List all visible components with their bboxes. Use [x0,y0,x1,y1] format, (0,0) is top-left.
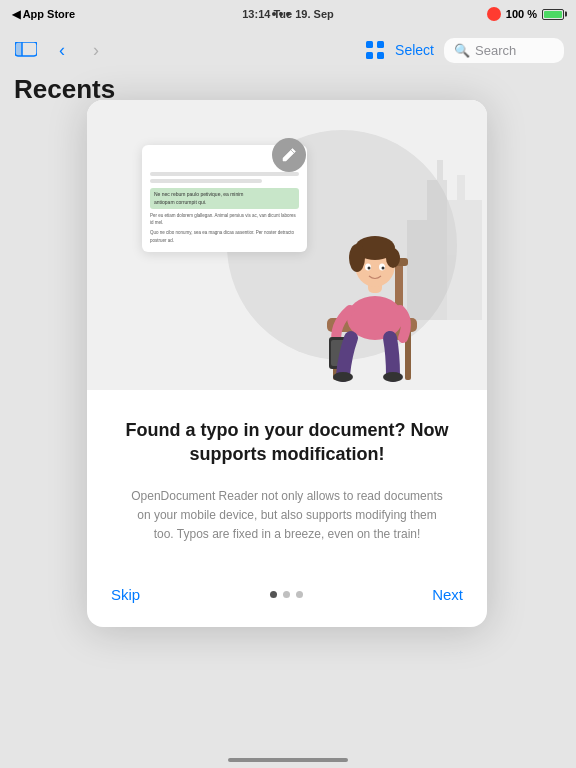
battery-percent: 100 % [506,8,537,20]
svg-rect-3 [366,41,373,48]
svg-rect-1 [15,42,22,56]
grid-view-button[interactable] [365,40,385,60]
back-button[interactable]: ‹ [50,38,74,62]
select-button[interactable]: Select [395,42,434,58]
pencil-icon-container [272,138,306,172]
skip-button[interactable]: Skip [111,586,140,603]
svg-rect-29 [457,175,465,200]
recording-dot [487,7,501,21]
home-indicator [228,758,348,762]
app-store-back[interactable]: ◀ App Store [12,8,75,21]
illustration-area: ⌕ ☆ Ne nec rebum paulo petivique, ea min… [87,100,487,390]
pagination-dots [270,591,303,598]
svg-rect-6 [377,52,384,59]
doc-highlight-text-2: antiopam corrumpit qui. [154,199,295,207]
battery-icon [542,9,564,20]
status-right: 100 % [487,7,564,21]
person-illustration [315,170,445,390]
svg-point-21 [382,267,385,270]
doc-highlight: Ne nec rebum paulo petivique, ea minim a… [150,188,299,209]
search-icon: 🔍 [454,43,470,58]
nav-bar: ‹ › Select 🔍 Search [0,28,576,72]
dot-2 [283,591,290,598]
svg-point-16 [349,244,365,272]
next-button[interactable]: Next [432,586,463,603]
modal-description: OpenDocument Reader not only allows to r… [117,487,457,545]
doc-text-3: Quo ne cibo nonumy, sea ea magna dicas a… [150,229,299,243]
modal-content: Found a typo in your document? Now suppo… [87,390,487,544]
modal-overlay: ⌕ ☆ Ne nec rebum paulo petivique, ea min… [87,100,487,627]
svg-point-17 [386,248,400,268]
status-time: 13:14 Tue 19. Sep [242,4,334,24]
dot-3 [296,591,303,598]
svg-rect-4 [377,41,384,48]
search-bar[interactable]: 🔍 Search [444,38,564,63]
doc-line-2 [150,179,262,183]
search-text: Search [475,43,516,58]
doc-highlight-text-1: Ne nec rebum paulo petivique, ea minim [154,191,295,199]
svg-point-25 [383,372,403,382]
svg-point-24 [333,372,353,382]
status-left: ◀ App Store [12,8,75,21]
sidebar-toggle-button[interactable] [12,36,40,64]
svg-point-20 [368,267,371,270]
modal-title: Found a typo in your document? Now suppo… [117,418,457,467]
doc-text-2: Per eu etiam dolorem glallegan. Animal p… [150,212,299,226]
dot-1 [270,591,277,598]
svg-rect-5 [366,52,373,59]
svg-rect-28 [447,200,482,320]
doc-line-1 [150,172,299,176]
modal-footer: Skip Next [87,568,487,627]
forward-button[interactable]: › [84,38,108,62]
